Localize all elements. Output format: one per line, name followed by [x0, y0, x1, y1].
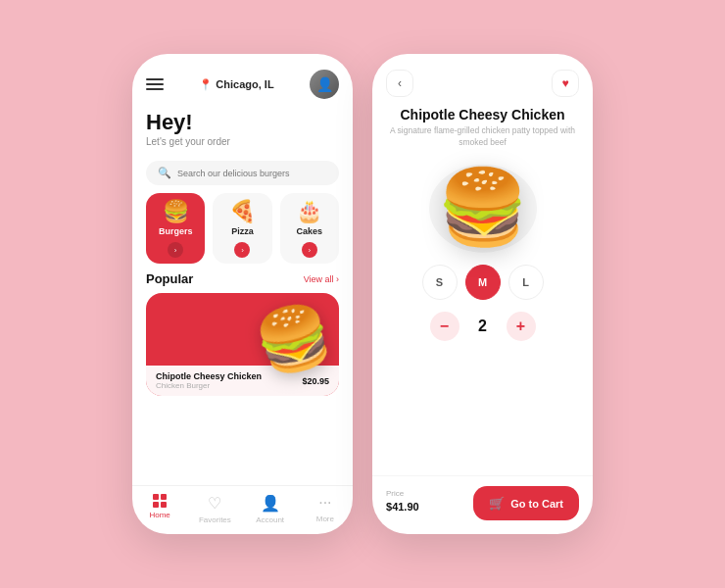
- cart-button-label: Go to Cart: [510, 498, 563, 510]
- popular-item-card[interactable]: 🍔 Chipotle Cheesy Chicken Chicken Burger…: [146, 293, 339, 396]
- quantity-decrease[interactable]: −: [430, 312, 459, 341]
- search-icon: 🔍: [158, 167, 171, 179]
- dots-icon: ···: [318, 494, 331, 512]
- product-header: ‹ ♥: [372, 54, 593, 103]
- popular-header: Popular View all ›: [146, 271, 339, 286]
- product-burger-emoji: 🍔: [414, 153, 552, 261]
- popular-section: Popular View all › 🍔 Chipotle Cheesy Chi…: [132, 271, 353, 404]
- price-amount: 41.90: [392, 501, 419, 513]
- pizza-arrow: ›: [234, 242, 250, 258]
- product-image: 🍔: [414, 153, 552, 261]
- search-input[interactable]: [177, 169, 327, 178]
- product-info: Chipotle Cheesy Chicken A signature flam…: [372, 103, 593, 153]
- avatar[interactable]: 👤: [310, 70, 339, 99]
- nav-favorites-label: Favorites: [199, 515, 231, 524]
- quantity-value: 2: [473, 318, 493, 335]
- subtitle-text: Let's get your order: [146, 136, 339, 147]
- nav-favorites[interactable]: ♡ Favorites: [187, 494, 242, 524]
- size-medium[interactable]: M: [465, 265, 501, 300]
- price-section: Price $ 41.90: [386, 489, 419, 518]
- popular-item-price: $20.95: [302, 376, 329, 386]
- favorite-button[interactable]: ♥: [552, 70, 579, 97]
- price-label: Price: [386, 489, 419, 498]
- cart-icon: 🛒: [489, 496, 505, 511]
- popular-item-name: Chipotle Cheesy Chicken: [156, 371, 262, 381]
- popular-title: Popular: [146, 271, 193, 286]
- location-text: Chicago, IL: [216, 78, 273, 90]
- nav-account-label: Account: [256, 515, 284, 524]
- nav-home[interactable]: Home: [132, 494, 187, 524]
- location-display[interactable]: 📍 Chicago, IL: [199, 78, 273, 91]
- cakes-emoji: 🎂: [296, 201, 322, 222]
- cakes-label: Cakes: [297, 226, 323, 236]
- size-large[interactable]: L: [508, 265, 544, 300]
- category-cakes[interactable]: 🎂 Cakes ›: [280, 193, 339, 264]
- add-to-cart-button[interactable]: 🛒 Go to Cart: [473, 486, 579, 520]
- location-pin-icon: 📍: [199, 78, 213, 91]
- size-small[interactable]: S: [422, 265, 458, 300]
- burgers-arrow: ›: [168, 242, 183, 258]
- burgers-emoji: 🍔: [163, 201, 189, 222]
- back-button[interactable]: ‹: [386, 70, 413, 97]
- view-all-link[interactable]: View all ›: [304, 274, 339, 284]
- burgers-label: Burgers: [159, 226, 193, 236]
- pizza-emoji: 🍕: [229, 201, 256, 222]
- size-selector: S M L: [372, 265, 593, 300]
- greeting-text: Hey!: [146, 111, 339, 134]
- phone-product-screen: ‹ ♥ Chipotle Cheesy Chicken A signature …: [372, 54, 593, 534]
- categories-section: 🍔 Burgers › 🍕 Pizza › 🎂 Cakes ›: [132, 193, 353, 271]
- search-bar[interactable]: 🔍: [146, 161, 339, 185]
- product-description: A signature flame-grilled chicken patty …: [386, 125, 579, 149]
- price-cart-bar: Price $ 41.90 🛒 Go to Cart: [372, 475, 593, 534]
- category-burgers[interactable]: 🍔 Burgers ›: [146, 193, 205, 264]
- popular-item-category: Chicken Burger: [156, 381, 262, 390]
- cakes-arrow: ›: [302, 242, 317, 258]
- pizza-label: Pizza: [231, 226, 254, 236]
- nav-more[interactable]: ··· More: [298, 494, 353, 524]
- heart-icon: ♡: [208, 494, 221, 513]
- price-value: $ 41.90: [386, 498, 419, 518]
- person-icon: 👤: [261, 494, 280, 513]
- quantity-increase[interactable]: +: [507, 312, 536, 341]
- category-pizza[interactable]: 🍕 Pizza ›: [213, 193, 271, 264]
- bottom-navigation: Home ♡ Favorites 👤 Account ··· More: [132, 485, 353, 534]
- product-name: Chipotle Cheesy Chicken: [386, 107, 579, 122]
- home-icon: [153, 494, 167, 508]
- nav-home-label: Home: [149, 511, 169, 519]
- quantity-selector: − 2 +: [372, 312, 593, 341]
- nav-more-label: More: [316, 514, 334, 523]
- nav-account[interactable]: 👤 Account: [243, 494, 298, 524]
- menu-button[interactable]: [146, 78, 164, 90]
- hero-section: Hey! Let's get your order: [132, 105, 353, 155]
- home-header: 📍 Chicago, IL 👤: [132, 54, 353, 105]
- phone-home-screen: 📍 Chicago, IL 👤 Hey! Let's get your orde…: [132, 54, 353, 534]
